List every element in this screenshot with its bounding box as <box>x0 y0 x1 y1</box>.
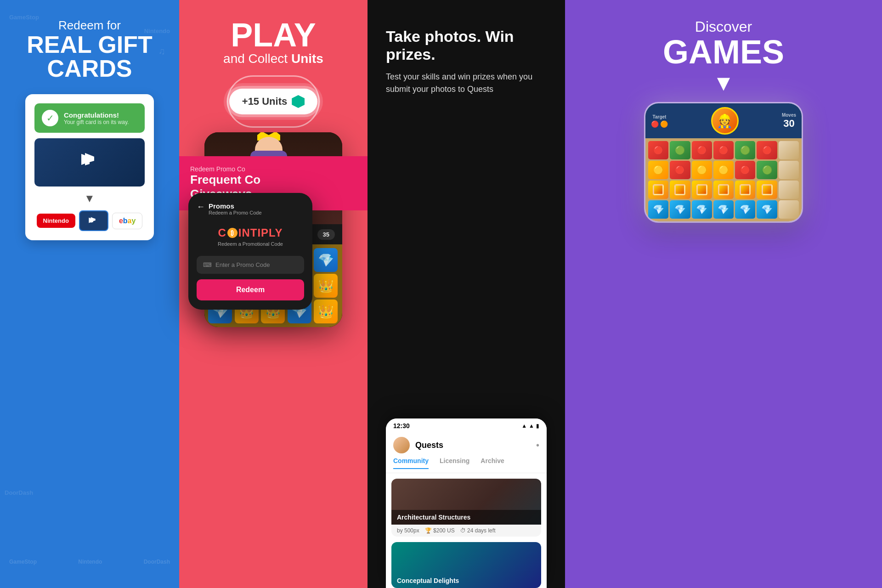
signal-icon: ▲ <box>529 423 534 429</box>
g-cell: 🟢 <box>735 141 755 159</box>
g-cell-gold-sq <box>648 181 668 199</box>
quest-card-conceptual[interactable]: Conceptual Delights <box>391 542 541 588</box>
g-cell: 🔴 <box>757 141 777 159</box>
gem-icon <box>292 95 305 108</box>
status-time: 12:30 <box>393 422 410 430</box>
games-text: GAMES <box>663 35 784 68</box>
gift-card-ui: ✓ Congratulations! Your gift card is on … <box>25 94 154 240</box>
avatar <box>393 437 410 453</box>
g-cell: 🟡 <box>692 161 712 179</box>
moves-section: Moves 30 <box>782 113 796 130</box>
game-phone-2: Target 🔴 🟠 👷 Moves 30 🔴 🟢 🔴 🔴 🟢 🔴 <box>645 103 802 221</box>
g-cell-diamond: 💎 <box>670 200 690 219</box>
quest-card-overlay: Architectural Structures <box>391 510 541 525</box>
match3-cell: 💎 <box>314 248 338 272</box>
g-cell-diamond: 💎 <box>713 200 734 219</box>
tab-archive[interactable]: Archive <box>481 457 504 469</box>
status-icons: ▲ ▲ ▮ <box>521 423 539 429</box>
panel-games: Discover GAMES ▼ Target 🔴 🟠 👷 Moves 30 🔴 <box>565 0 882 588</box>
collect-text: and Collect Units <box>223 51 323 66</box>
photos-description: Test your skills and win prizes when you… <box>386 71 547 96</box>
g-cell: 🔴 <box>648 141 668 159</box>
g-cell: 🟡 <box>713 161 734 179</box>
cointiply-tagline: Redeem a Promotional Code <box>197 241 304 247</box>
g-cell-diamond: 💎 <box>735 200 755 219</box>
g-cell-gold-sq <box>713 181 734 199</box>
g-cell-gold-sq <box>670 181 690 199</box>
target-icon2: 🟠 <box>660 120 668 128</box>
arrow-down-icon: ▼ <box>34 192 145 205</box>
g-cell-side <box>779 161 799 179</box>
playstation-card <box>34 138 145 187</box>
match3-cell: 👑 <box>314 300 338 323</box>
target-section: Target 🔴 🟠 <box>651 114 668 128</box>
quest-by: by 500px <box>397 527 419 534</box>
bitcoin-icon: ₿ <box>227 228 237 238</box>
panel1-header: Redeem for REAL GIFT CARDS <box>27 18 152 80</box>
discover-text: Discover <box>663 18 784 35</box>
g-cell-side <box>779 181 799 199</box>
congrats-title: Congratulations! <box>64 111 129 119</box>
g-cell: 🟡 <box>648 161 668 179</box>
quests-title: Quests <box>415 441 531 450</box>
g-cell: 🔴 <box>735 161 755 179</box>
promo-redeem-text: Redeem Promo Co <box>190 165 356 173</box>
g-cell: 🟢 <box>670 141 690 159</box>
match3-cell: 👑 <box>314 274 338 298</box>
target-icon1: 🔴 <box>651 120 659 128</box>
g-cell-side <box>779 200 799 219</box>
panel4-header: Discover GAMES ▼ <box>663 18 784 94</box>
g-cell-diamond: 💎 <box>692 200 712 219</box>
quest-card-image: Architectural Structures <box>391 479 541 525</box>
congrats-banner: ✓ Congratulations! Your gift card is on … <box>34 103 145 133</box>
panel1-headline1: REAL GIFT <box>27 33 152 57</box>
panel1-tagline: Redeem for <box>27 18 152 33</box>
cointiply-nav: ← Promos Redeem a Promo Code <box>197 202 304 215</box>
g-cell-gold-sq <box>757 181 777 199</box>
g-cell: 🔴 <box>670 161 690 179</box>
bg-label-doordash: DoorDash <box>5 489 33 496</box>
panel-photos: Take photos. Win prizes. Test your skill… <box>368 0 565 588</box>
cointiply-title: Promos <box>209 202 262 210</box>
redeem-button[interactable]: Redeem <box>197 279 304 300</box>
tab-community[interactable]: Community <box>393 457 429 469</box>
bg-store-logos: GameStop Nintendo DoorDash <box>9 559 170 565</box>
units-label: +15 Units <box>242 96 287 107</box>
nintendo-brand: Nintendo <box>37 214 75 228</box>
g-cell: 🔴 <box>692 141 712 159</box>
cointiply-phone: ← Promos Redeem a Promo Code C ₿ INTIPLY… <box>188 193 312 310</box>
game2-grid: 🔴 🟢 🔴 🔴 🟢 🔴 🟡 🔴 🟡 🟡 🔴 🟢 <box>645 138 802 221</box>
cointiply-logo-area: C ₿ INTIPLY Redeem a Promotional Code <box>197 226 304 247</box>
congrats-text: Congratulations! Your gift card is on it… <box>64 111 129 125</box>
cointiply-subtitle: Redeem a Promo Code <box>209 210 262 215</box>
bg-icon-spotify: ♫ <box>158 46 165 57</box>
target-icons: 🔴 🟠 <box>651 120 668 128</box>
g-cell: 🟢 <box>757 161 777 179</box>
quest-card2-title: Conceptual Delights <box>397 577 459 584</box>
g-cell-side <box>779 141 799 159</box>
quest-card-architectural[interactable]: Architectural Structures by 500px 🏆 $200… <box>391 479 541 537</box>
brand-row: Nintendo ebay <box>34 210 145 231</box>
target-label: Target <box>651 114 668 119</box>
promo-code-input[interactable]: ⌨ Enter a Promo Code <box>197 256 304 274</box>
g-cell-diamond: 💎 <box>757 200 777 219</box>
score-chip: 35 <box>317 229 335 240</box>
panel1-headline2: CARDS <box>27 57 152 80</box>
ebay-brand: ebay <box>112 213 143 229</box>
play-text: PLAY <box>223 18 323 51</box>
playstation-brand <box>79 210 108 231</box>
panel2-header: PLAY and Collect Units <box>223 18 323 66</box>
quest-card-title: Architectural Structures <box>397 514 536 521</box>
quests-tabs: Community Licensing Archive <box>386 453 547 473</box>
keyboard-icon: ⌨ <box>203 261 212 268</box>
units-badge-container: +15 Units <box>227 75 320 128</box>
cointiply-nav-text: Promos Redeem a Promo Code <box>209 202 262 215</box>
quest-time: ⏱ 24 days left <box>460 527 496 534</box>
panel-gift-cards: GameStop Nintendo DoorDash ♫ Redeem for … <box>0 0 179 588</box>
back-arrow-icon[interactable]: ← <box>197 202 205 212</box>
moves-value: 30 <box>782 118 796 130</box>
quests-menu-icon[interactable]: • <box>536 440 539 451</box>
tab-licensing[interactable]: Licensing <box>440 457 469 469</box>
game2-character-icon: 👷 <box>711 107 739 135</box>
take-photos-headline: Take photos. Win prizes. <box>386 28 547 63</box>
